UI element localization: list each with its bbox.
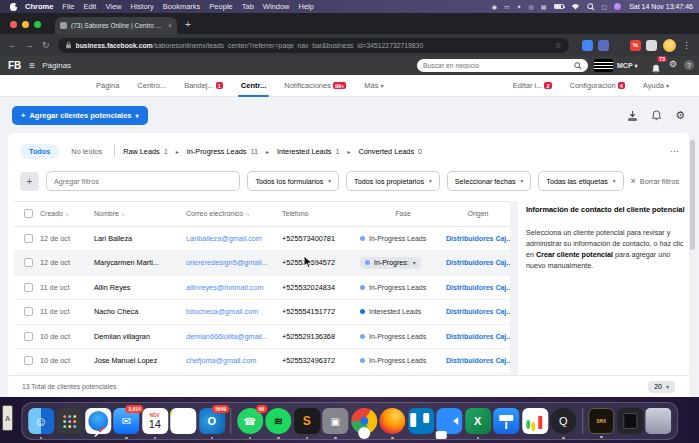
apple-menu-icon[interactable] — [10, 3, 17, 11]
lead-stage[interactable]: In-Progress Leads — [360, 284, 446, 291]
forward-icon[interactable]: → — [25, 40, 34, 50]
spotify-dock-icon[interactable]: ≋ — [265, 408, 291, 434]
col-telefono[interactable]: Teléfono — [282, 210, 360, 217]
finder-dock-icon[interactable]: ☺ — [28, 408, 54, 434]
menu-file[interactable]: File — [62, 2, 74, 11]
sublime-dock-icon[interactable]: S — [294, 408, 320, 434]
nav-ayuda[interactable]: Ayuda▾ — [643, 81, 669, 90]
firefox-dock-icon[interactable] — [379, 408, 405, 434]
target-status-icon[interactable]: ◎ — [529, 3, 534, 10]
filter-formularios[interactable]: Todos los formularios▾ — [247, 171, 339, 191]
tab-no-leidos[interactable]: No leídos — [67, 144, 106, 159]
lead-origin-link[interactable]: Distribuidores Caj.. — [446, 308, 516, 315]
minimize-window-button[interactable] — [22, 21, 29, 28]
extension-icon-1[interactable] — [582, 40, 593, 51]
address-bar[interactable]: business.facebook.com/saboresonlinemx/le… — [58, 38, 569, 53]
chrome-dock-icon[interactable] — [351, 408, 377, 434]
lead-row[interactable]: 10 de oct Demiian villagran demian666lol… — [14, 325, 510, 350]
nav-bandeja[interactable]: Bandej...1 — [184, 81, 223, 90]
lead-origin-link[interactable]: Distribuidores Caj.. — [446, 357, 516, 364]
business-switcher[interactable]: MCP ▾ — [617, 62, 637, 69]
keynote-dock-icon[interactable] — [493, 408, 519, 434]
col-fase[interactable]: Fase — [360, 210, 446, 217]
bookmark-star-icon[interactable]: ☆ — [555, 41, 562, 50]
select-all-checkbox[interactable] — [24, 209, 33, 218]
outlook-dock-icon[interactable]: O5649 — [199, 408, 225, 434]
row-checkbox[interactable] — [24, 332, 33, 341]
nav-mas[interactable]: Más▾ — [364, 81, 383, 90]
photobooth-dock-icon[interactable]: ▣ — [322, 408, 348, 434]
browser-tab[interactable]: (73) Sabores Online | Centro c… × — [55, 17, 177, 34]
tab-inprogress-leads[interactable]: In-Progress Leads11 — [187, 147, 258, 156]
extension-icon-3[interactable] — [614, 40, 625, 51]
col-creado[interactable]: Creado ↑↓ — [40, 210, 94, 217]
lead-email[interactable]: totocheca@gmail.com — [186, 307, 282, 316]
menu-help[interactable]: Help — [299, 2, 314, 11]
page-size-selector[interactable]: 20▾ — [648, 381, 675, 393]
more-options-icon[interactable]: ⋯ — [670, 146, 679, 156]
business-avatar[interactable] — [594, 59, 613, 72]
desktop-file-icon[interactable]: A — [2, 405, 13, 431]
new-tab-button[interactable]: + — [185, 19, 191, 30]
profile-avatar[interactable] — [663, 39, 676, 52]
menu-people[interactable]: People — [209, 2, 232, 11]
notes-dock-icon[interactable] — [170, 408, 196, 434]
extensions-puzzle-icon[interactable] — [646, 40, 657, 51]
wifi-icon[interactable] — [571, 3, 580, 10]
tab-interested-leads[interactable]: Interested Leads1 — [277, 147, 339, 156]
nav-centro[interactable]: Centro... — [137, 81, 166, 90]
help-icon[interactable]: ? — [684, 60, 694, 70]
launchpad-dock-icon[interactable] — [56, 408, 82, 434]
add-filter-button[interactable]: + — [20, 172, 39, 191]
row-checkbox[interactable] — [24, 307, 33, 316]
add-leads-button[interactable]: + Agregar clientes potenciales ▾ — [12, 106, 148, 125]
camera-status-icon[interactable]: ▭ — [504, 3, 510, 10]
lead-stage[interactable]: Interested Leads — [360, 308, 446, 315]
calendar-dock-icon[interactable]: NOV14 — [142, 408, 168, 434]
smx-dock-icon[interactable]: SMX — [588, 408, 614, 434]
lead-email[interactable]: demian666lolita@gmail... — [186, 332, 282, 341]
lead-row[interactable]: 10 de oct Jose Manuel Lopez chefjoma@gma… — [14, 349, 510, 374]
menu-history[interactable]: History — [131, 2, 154, 11]
lead-origin-link[interactable]: Distribuidores Caj.. — [446, 235, 516, 242]
chrome-menu-icon[interactable]: ⋮ — [682, 40, 691, 50]
menu-edit[interactable]: Edit — [83, 2, 96, 11]
col-nombre[interactable]: Nombre ↑↓ — [94, 210, 186, 217]
alerts-bell-icon[interactable] — [651, 110, 662, 121]
scrollbar-thumb[interactable] — [690, 140, 695, 250]
clear-filters-button[interactable]: ×Borrar filtros — [631, 176, 679, 186]
reload-icon[interactable]: ↻ — [42, 40, 50, 50]
nav-notificaciones[interactable]: Notificaciones99+ — [284, 81, 346, 90]
back-icon[interactable]: ← — [8, 40, 17, 50]
battery-icon[interactable] — [554, 4, 564, 9]
menu-window[interactable]: Window — [263, 2, 290, 11]
adblock-extension-icon[interactable]: % — [630, 40, 641, 51]
row-checkbox[interactable] — [24, 258, 33, 267]
lead-stage[interactable]: In-Progress Leads — [360, 235, 446, 242]
nav-editar[interactable]: Editar i...2 — [513, 81, 552, 90]
zoom-dock-icon[interactable] — [436, 408, 462, 434]
keyboard-status-icon[interactable]: ▤ — [541, 3, 547, 10]
lead-email[interactable]: Lariballeza@gmail.com — [186, 234, 282, 243]
close-window-button[interactable] — [10, 21, 17, 28]
lead-row[interactable]: 11 de oct Allin Reyes allinreyes@hotmail… — [14, 276, 510, 301]
display-status-icon[interactable]: ▢ — [602, 3, 608, 10]
lead-origin-link[interactable]: Distribuidores Caj.. — [446, 333, 516, 340]
siri-icon[interactable] — [614, 3, 621, 10]
lead-row[interactable]: 12 de oct Lari Balleza Lariballeza@gmail… — [14, 227, 510, 252]
menubar-clock[interactable]: Sat 14 Nov 13:47:46 — [629, 3, 693, 10]
lead-email[interactable]: chefjoma@gmail.com — [186, 356, 282, 365]
filter-input[interactable] — [46, 171, 240, 191]
lead-row[interactable]: 11 de oct Nacho Checa totocheca@gmail.co… — [14, 300, 510, 325]
lead-origin-link[interactable]: Distribuidores Caj.. — [446, 284, 516, 291]
menu-bookmarks[interactable]: Bookmarks — [163, 2, 201, 11]
maximize-window-button[interactable] — [34, 21, 41, 28]
extension-icon-2[interactable] — [598, 40, 609, 51]
content-scrollbar[interactable] — [689, 135, 696, 395]
col-correo[interactable]: Correo electrónico ↑↓ — [186, 210, 282, 217]
menu-tab[interactable]: Tab — [242, 2, 254, 11]
menu-app-name[interactable]: Chrome — [25, 2, 53, 11]
filter-propietarios[interactable]: Todos los propietarios▾ — [346, 171, 440, 191]
spotlight-search-icon[interactable] — [587, 3, 595, 11]
facebook-logo[interactable]: FB — [8, 60, 21, 71]
